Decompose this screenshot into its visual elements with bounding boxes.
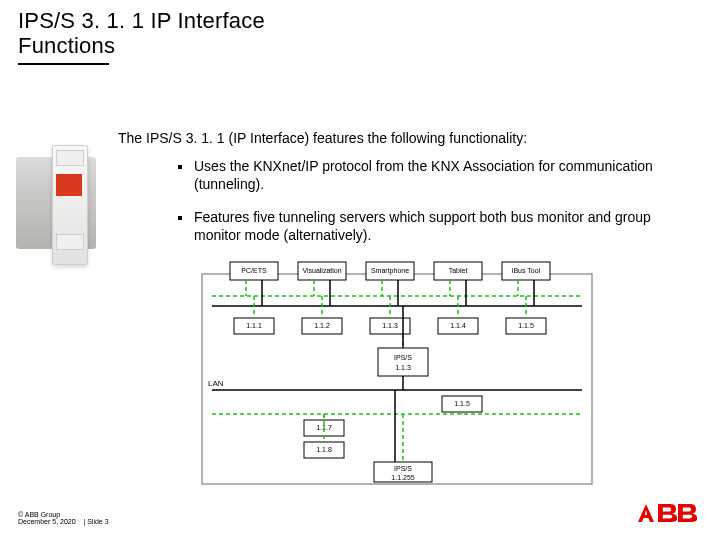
diagram-tunnel-4: 1.1.5: [518, 322, 534, 329]
device-image: [16, 145, 96, 265]
title-underline: [18, 63, 109, 65]
footer-date: December 5, 2020: [18, 518, 76, 526]
title-line-1: IPS/S 3. 1. 1 IP Interface: [18, 8, 265, 33]
svg-rect-28: [378, 348, 428, 376]
diagram-tunnel-2: 1.1.3: [382, 322, 398, 329]
diagram-bottom-label: IPS/S: [394, 465, 412, 472]
diagram-tunnel-1: 1.1.2: [314, 322, 330, 329]
diagram-lan-label: LAN: [208, 379, 224, 388]
diagram-ips-addr: 1.1.3: [395, 364, 411, 371]
bullet-list: Uses the KNXnet/IP protocol from the KNX…: [178, 158, 678, 260]
diagram-top-3: Tablet: [449, 267, 468, 274]
intro-text: The IPS/S 3. 1. 1 (IP Interface) feature…: [118, 130, 527, 146]
footer-copyright: © ABB Group: [18, 511, 109, 519]
diagram-top-2: Smartphone: [371, 267, 409, 275]
diagram-knx-2: 1.1.8: [316, 446, 332, 453]
title-line-2: Functions: [18, 33, 265, 58]
diagram-tunnel-3: 1.1.4: [450, 322, 466, 329]
diagram-bottom-addr: 1.1.255: [391, 474, 414, 481]
diagram-top-1: Visualization: [302, 267, 341, 274]
bullet-item: Uses the KNXnet/IP protocol from the KNX…: [178, 158, 678, 193]
bullet-item: Features five tunneling servers which su…: [178, 209, 678, 244]
diagram-tunnel-0: 1.1.1: [246, 322, 262, 329]
network-diagram: PC/ETS Visualization Smartphone Tablet i…: [182, 256, 602, 486]
footer-slide: | Slide 3: [83, 518, 108, 526]
footer: © ABB Group December 5, 2020 | Slide 3: [18, 511, 109, 526]
diagram-ips-label: IPS/S: [394, 354, 412, 361]
abb-logo: [634, 502, 698, 526]
diagram-top-4: iBus Tool: [512, 267, 541, 274]
diagram-knx-0: 1.1.5: [454, 400, 470, 407]
diagram-top-0: PC/ETS: [241, 267, 267, 274]
